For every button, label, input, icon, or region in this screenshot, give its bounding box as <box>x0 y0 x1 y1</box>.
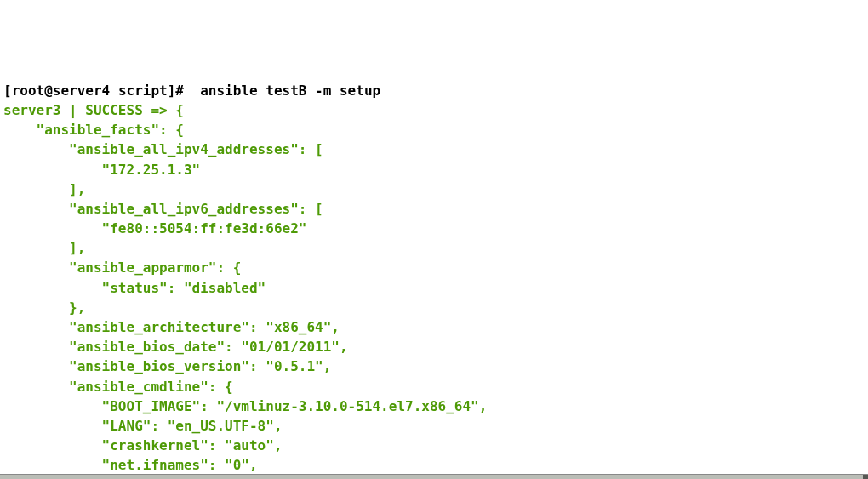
prompt-user-host: root@server4 <box>12 83 111 99</box>
prompt-space <box>110 83 118 99</box>
output-line: ], <box>3 240 94 256</box>
output-line: "172.25.1.3" <box>3 162 200 178</box>
output-line: "crashkernel": "auto", <box>3 437 290 453</box>
output-line: "LANG": "en_US.UTF-8", <box>3 418 290 434</box>
output-line: server3 | SUCCESS => { <box>3 102 184 118</box>
scrollbar-corner <box>863 475 868 479</box>
output-line: "ansible_bios_date": "01/01/2011", <box>3 339 356 355</box>
prompt-path: script <box>118 83 168 99</box>
prompt-command: ansible testB -m setup <box>200 83 380 99</box>
output-line: "ansible_cmdline": { <box>3 379 233 395</box>
output-line: }, <box>3 299 94 316</box>
output-line: "BOOT_IMAGE": "/vmlinuz-3.10.0-514.el7.x… <box>3 398 495 414</box>
prompt-close-bracket: ] <box>168 83 176 99</box>
output-line: "ansible_facts": { <box>3 122 184 138</box>
output-line: "ansible_apparmor": { <box>3 259 241 276</box>
output-line: ], <box>3 181 94 197</box>
output-line: "status": "disabled" <box>3 280 266 296</box>
output-line: "ansible_bios_version": "0.5.1", <box>3 358 340 374</box>
prompt-hash: # <box>175 83 200 99</box>
output-line: "ansible_architecture": "x86_64", <box>3 319 348 335</box>
scrollbar-track[interactable] <box>0 474 868 479</box>
prompt-open-bracket: [ <box>3 83 12 99</box>
output-line: "ansible_all_ipv4_addresses": [ <box>3 141 323 157</box>
output-line: "net.ifnames": "0", <box>3 457 266 473</box>
output-line: "ansible_all_ipv6_addresses": [ <box>3 201 323 217</box>
output-line: "fe80::5054:ff:fe3d:66e2" <box>3 220 306 237</box>
terminal-output: [root@server4 script]# ansible testB -m … <box>3 81 865 479</box>
